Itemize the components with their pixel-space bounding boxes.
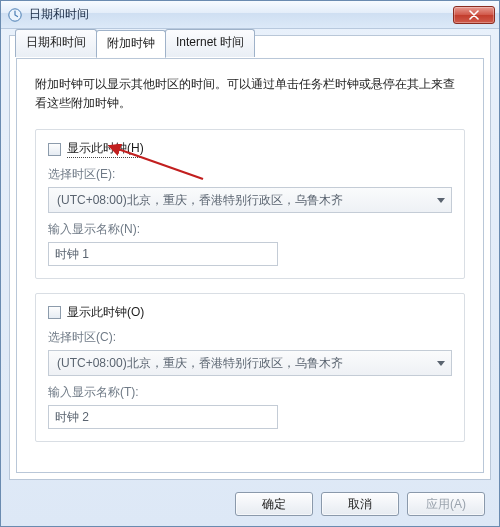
clock2-timezone-value: (UTC+08:00)北京，重庆，香港特别行政区，乌鲁木齐 [57,355,343,372]
clock1-timezone-value: (UTC+08:00)北京，重庆，香港特别行政区，乌鲁木齐 [57,192,343,209]
close-icon [469,10,479,20]
clock1-show-checkbox[interactable] [48,143,61,156]
client-area: 附加时钟可以显示其他时区的时间。可以通过单击任务栏时钟或悬停在其上来查看这些附加… [9,35,491,480]
clock2-name-label: 输入显示名称(T): [48,384,452,401]
ok-button[interactable]: 确定 [235,492,313,516]
apply-button[interactable]: 应用(A) [407,492,485,516]
tab-panel-additional-clocks: 附加时钟可以显示其他时区的时间。可以通过单击任务栏时钟或悬停在其上来查看这些附加… [16,58,484,473]
description-text: 附加时钟可以显示其他时区的时间。可以通过单击任务栏时钟或悬停在其上来查看这些附加… [35,75,465,113]
clock2-group: 显示此时钟(O) 选择时区(C): (UTC+08:00)北京，重庆，香港特别行… [35,293,465,442]
clock1-name-value: 时钟 1 [55,246,89,263]
tab-internet-time[interactable]: Internet 时间 [165,29,255,57]
clock1-timezone-label: 选择时区(E): [48,166,452,183]
close-button[interactable] [453,6,495,24]
clock1-checkbox-row: 显示此时钟(H) [48,140,452,158]
clock1-show-label: 显示此时钟(H) [67,140,144,158]
clock1-name-input[interactable]: 时钟 1 [48,242,278,266]
window-frame: 日期和时间 日期和时间 附加时钟 Internet 时间 附加时钟可以显示其他时… [0,0,500,527]
tab-date-time[interactable]: 日期和时间 [15,29,97,57]
dialog-button-row: 确定 取消 应用(A) [235,492,485,516]
clock2-name-input[interactable]: 时钟 2 [48,405,278,429]
window-title: 日期和时间 [29,6,453,23]
clock1-name-label: 输入显示名称(N): [48,221,452,238]
clock2-show-label: 显示此时钟(O) [67,304,144,321]
clock2-checkbox-row: 显示此时钟(O) [48,304,452,321]
clock2-timezone-combo[interactable]: (UTC+08:00)北京，重庆，香港特别行政区，乌鲁木齐 [48,350,452,376]
tab-additional-clocks[interactable]: 附加时钟 [96,30,166,58]
clock-icon [7,7,23,23]
clock1-timezone-combo[interactable]: (UTC+08:00)北京，重庆，香港特别行政区，乌鲁木齐 [48,187,452,213]
cancel-button[interactable]: 取消 [321,492,399,516]
tab-strip: 日期和时间 附加时钟 Internet 时间 [15,29,254,57]
titlebar: 日期和时间 [1,1,499,29]
chevron-down-icon [437,198,445,203]
chevron-down-icon [437,361,445,366]
clock1-group: 显示此时钟(H) 选择时区(E): (UTC+08:00)北京，重庆，香港特别行… [35,129,465,279]
clock2-name-value: 时钟 2 [55,409,89,426]
clock2-show-checkbox[interactable] [48,306,61,319]
clock2-timezone-label: 选择时区(C): [48,329,452,346]
